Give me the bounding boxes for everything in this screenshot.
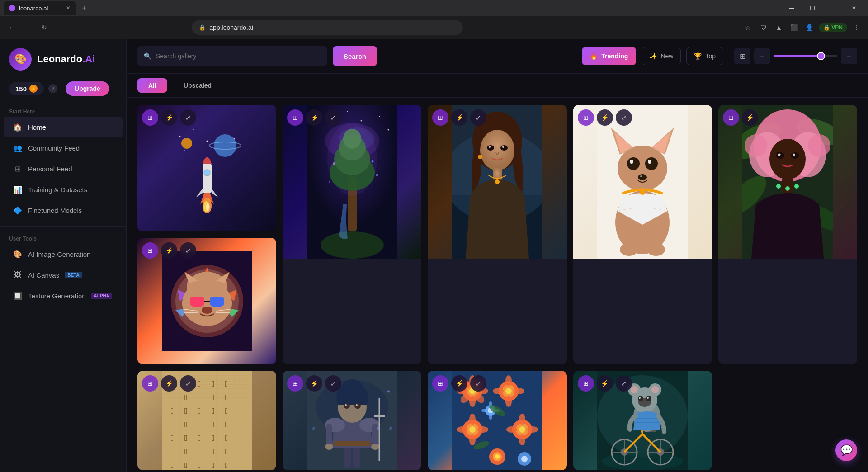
card-expand-btn-2[interactable]: ⤢: [325, 109, 341, 126]
grid-view-btn[interactable]: ⊞: [734, 48, 750, 64]
filter-upscaled[interactable]: Upscaled: [173, 78, 222, 93]
new-btn[interactable]: ✨ New: [642, 47, 681, 65]
top-label: Top: [705, 52, 716, 60]
card-overlay-8: ⊞ ⚡ ⤢: [283, 371, 421, 470]
ai-canvas-icon: 🖼: [13, 270, 23, 280]
gallery-card-8[interactable]: ✦ ✦ ⊕ ⊕: [283, 371, 421, 470]
user-tools-label: User Tools: [0, 232, 126, 244]
card-expand-btn-4[interactable]: ⤢: [616, 109, 632, 126]
upgrade-button[interactable]: Upgrade: [66, 81, 109, 96]
zoom-minus-btn[interactable]: −: [754, 48, 770, 64]
card-grid-btn-8[interactable]: ⊞: [287, 375, 303, 392]
card-grid-btn-4[interactable]: ⊞: [578, 109, 594, 126]
sidebar-label-training: Training & Datasets: [28, 186, 87, 194]
sidebar-item-training[interactable]: 📊 Training & Datasets: [4, 179, 123, 200]
card-slash-btn-9[interactable]: ⚡: [451, 375, 467, 392]
gallery-card-10[interactable]: ⊞ ⚡ ⤢: [573, 371, 712, 470]
top-btn[interactable]: 🏆 Top: [686, 47, 723, 65]
card-slash-btn-10[interactable]: ⚡: [597, 375, 613, 392]
help-btn[interactable]: ?: [48, 84, 57, 93]
search-input[interactable]: [156, 52, 321, 60]
card-expand-btn-6[interactable]: ⤢: [180, 242, 196, 259]
minimize-btn[interactable]: [781, 0, 802, 16]
gallery-card-4[interactable]: ⊞ ⚡ ⤢: [573, 105, 712, 364]
sidebar-toggle[interactable]: ⬛: [788, 21, 801, 34]
token-row: 150 ⚡ ? Upgrade: [0, 81, 126, 105]
sidebar-item-ai-canvas[interactable]: 🖼 AI Canvas BETA: [4, 264, 123, 285]
trending-label: Trending: [601, 52, 628, 60]
sidebar-label-ai-canvas: AI Canvas: [28, 271, 59, 279]
beta-badge: BETA: [65, 272, 82, 278]
trending-btn[interactable]: 🔥 Trending: [582, 47, 636, 65]
search-button[interactable]: Search: [333, 46, 377, 66]
sidebar-item-texture[interactable]: 🔲 Texture Generation ALPHA: [4, 285, 123, 306]
address-input-field[interactable]: 🔒 app.leonardo.ai: [192, 20, 463, 35]
gallery-card-9[interactable]: ⊞ ⚡ ⤢: [428, 371, 566, 470]
sidebar-item-personal[interactable]: ⊞ Personal Feed: [4, 158, 123, 179]
reload-btn[interactable]: ↻: [38, 21, 51, 34]
tab-favicon: [9, 5, 15, 11]
menu-btn[interactable]: ⋮: [850, 21, 863, 34]
card-slash-btn-3[interactable]: ⚡: [451, 109, 467, 126]
new-tab-btn[interactable]: +: [78, 2, 90, 14]
gallery-card-7[interactable]: 𓂀 𓁹 𓃒 𓆣 𓇳 𓈖 𓊽 𓋹 𓌀 𓍝 𓎢 𓏏 𓐍 𓁿: [137, 371, 276, 470]
forward-btn[interactable]: →: [22, 21, 34, 34]
sidebar-item-home[interactable]: 🏠 Home: [4, 117, 123, 137]
zoom-slider[interactable]: [774, 55, 837, 57]
card-expand-btn-9[interactable]: ⤢: [470, 375, 486, 392]
card-expand-btn-7[interactable]: ⤢: [180, 375, 196, 392]
card-slash-btn-8[interactable]: ⚡: [306, 375, 322, 392]
card-expand-btn-8[interactable]: ⤢: [325, 375, 341, 392]
filter-all[interactable]: All: [137, 78, 167, 93]
card-grid-btn-3[interactable]: ⊞: [432, 109, 448, 126]
gallery-card-3[interactable]: ⊞ ⚡ ⤢: [428, 105, 566, 364]
sidebar-label-personal: Personal Feed: [28, 165, 72, 173]
ext-btn1[interactable]: 🛡: [757, 21, 770, 34]
logo-avatar: 🎨: [9, 48, 32, 71]
maximize-btn[interactable]: [823, 0, 844, 16]
svg-rect-0: [789, 8, 794, 9]
gallery-card-1[interactable]: ⊞ ⚡ ⤢: [137, 105, 276, 231]
active-tab[interactable]: leonardo.ai ✕: [4, 1, 76, 15]
gallery-card-5[interactable]: ⊞ ⚡: [718, 105, 857, 364]
card-slash-btn-5[interactable]: ⚡: [742, 109, 758, 126]
gallery-card-2[interactable]: ⊞ ⚡ ⤢: [283, 105, 421, 364]
card-grid-btn-9[interactable]: ⊞: [432, 375, 448, 392]
sidebar-item-finetuned[interactable]: 🔷 Finetuned Models: [4, 200, 123, 221]
card-grid-btn-2[interactable]: ⊞: [287, 109, 303, 126]
top-icon: 🏆: [694, 52, 702, 60]
card-slash-btn-2[interactable]: ⚡: [306, 109, 322, 126]
bookmark-btn[interactable]: ☆: [742, 21, 755, 34]
gallery-card-6[interactable]: ⊞ ⚡ ⤢: [137, 238, 276, 364]
zoom-plus-btn[interactable]: +: [841, 48, 857, 64]
card-overlay-5: ⊞ ⚡: [718, 105, 857, 364]
close-btn[interactable]: ✕: [844, 0, 864, 16]
card-expand-btn-10[interactable]: ⤢: [616, 375, 632, 392]
restore-btn[interactable]: [802, 0, 823, 16]
card-overlay-9: ⊞ ⚡ ⤢: [428, 371, 566, 470]
new-icon: ✨: [649, 52, 657, 60]
card-slash-btn-6[interactable]: ⚡: [161, 242, 177, 259]
vpn-badge[interactable]: 🔒 VPN: [819, 23, 847, 32]
logo-text: Leonardo.Ai: [37, 53, 95, 65]
sidebar-item-community[interactable]: 👥 Community Feed: [4, 137, 123, 158]
search-box: 🔍: [137, 46, 327, 66]
card-expand-btn-3[interactable]: ⤢: [470, 109, 486, 126]
card-grid-btn-6[interactable]: ⊞: [142, 242, 158, 259]
card-slash-btn-4[interactable]: ⚡: [597, 109, 613, 126]
card-expand-btn-1[interactable]: ⤢: [180, 109, 196, 126]
back-btn[interactable]: ←: [5, 21, 18, 34]
sidebar-item-ai-image[interactable]: 🎨 AI Image Generation: [4, 244, 123, 264]
card-slash-btn-1[interactable]: ⚡: [161, 109, 177, 126]
card-grid-btn-10[interactable]: ⊞: [578, 375, 594, 392]
ext-btn2[interactable]: ▲: [773, 21, 785, 34]
profile-btn[interactable]: 👤: [803, 21, 816, 34]
card-slash-btn-7[interactable]: ⚡: [161, 375, 177, 392]
card-grid-btn-1[interactable]: ⊞: [142, 109, 158, 126]
tab-close-btn[interactable]: ✕: [66, 5, 71, 11]
trending-fire-icon: 🔥: [590, 52, 598, 60]
support-chat-btn[interactable]: 💬: [835, 439, 857, 461]
card-grid-btn-7[interactable]: ⊞: [142, 375, 158, 392]
card-overlay-2: ⊞ ⚡ ⤢: [283, 105, 421, 364]
card-grid-btn-5[interactable]: ⊞: [723, 109, 739, 126]
